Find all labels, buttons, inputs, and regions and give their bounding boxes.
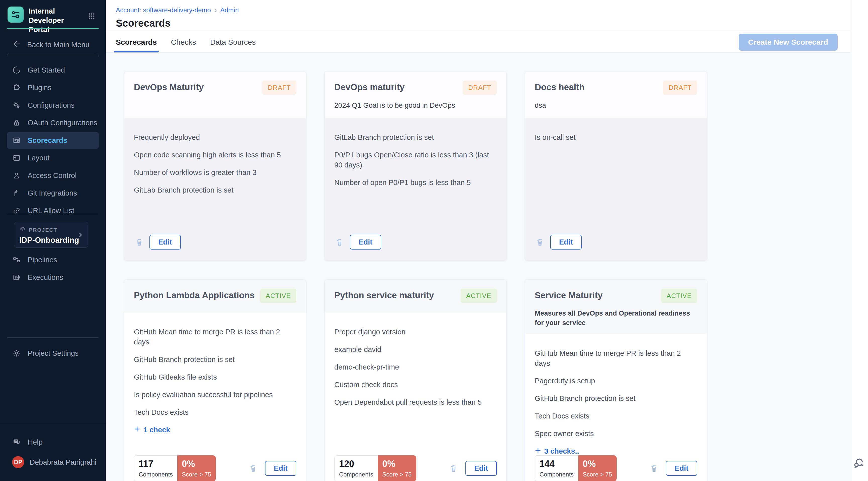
- sidebar-item-url-allow-list[interactable]: URL Allow List: [7, 202, 99, 219]
- components-count: 117: [138, 459, 173, 469]
- apps-grid-icon[interactable]: [86, 10, 98, 22]
- pipelines-icon: [12, 255, 21, 264]
- puzzle-icon: [12, 83, 21, 92]
- score-threshold-label: Score > 75: [583, 471, 612, 478]
- check-item: Pagerduty is setup: [535, 376, 697, 386]
- sidebar-item-configurations[interactable]: Configurations: [7, 97, 99, 114]
- edit-scorecard-button[interactable]: Edit: [550, 235, 582, 250]
- tab-scorecards[interactable]: Scorecards: [116, 32, 157, 52]
- breadcrumb-account-link[interactable]: Account: software-delivery-demo: [116, 6, 211, 14]
- sidebar-nav-admin: Get Started Plugins Configurations: [0, 62, 106, 220]
- status-badge: DRAFT: [463, 81, 497, 95]
- card-header: Service Maturity ACTIVE Measures all Dev…: [525, 280, 707, 334]
- card-title: Python Lambda Applications: [134, 289, 255, 300]
- branch-icon: [12, 189, 21, 198]
- scorecard-card: Docs health DRAFT dsa Is on-call set Ed: [525, 71, 707, 260]
- check-item: Number of open P0/P1 bugs is less than 5: [334, 178, 497, 188]
- sidebar-item-executions[interactable]: Executions: [7, 269, 99, 286]
- sidebar-item-project-settings[interactable]: Project Settings: [7, 345, 99, 361]
- main-content: Account: software-delivery-demo › Admin …: [106, 0, 850, 481]
- status-badge: ACTIVE: [461, 289, 497, 303]
- check-item: GitHub Branch protection is set: [134, 354, 297, 364]
- edit-scorecard-button[interactable]: Edit: [265, 461, 297, 476]
- sidebar-item-layout[interactable]: Layout: [7, 150, 99, 166]
- delete-scorecard-button[interactable]: [248, 463, 258, 474]
- plus-icon: [134, 426, 141, 434]
- tab-checks[interactable]: Checks: [171, 32, 196, 52]
- check-item: GitLab Branch protection is set: [334, 132, 497, 142]
- chevron-right-icon: [76, 231, 84, 240]
- delete-scorecard-button[interactable]: [649, 463, 659, 474]
- sidebar-item-access-control[interactable]: Access Control: [7, 167, 99, 184]
- score-threshold-label: Score > 75: [182, 471, 211, 478]
- support-chat-icon[interactable]: [852, 456, 865, 471]
- components-label: Components: [539, 471, 574, 478]
- check-item: P0/P1 bugs Open/Close ratio is less than…: [334, 150, 497, 170]
- sidebar-item-oauth-configurations[interactable]: OAuth Configurations: [7, 115, 99, 131]
- lock-icon: [12, 118, 21, 127]
- card-body: Is on-call set Edit: [525, 118, 707, 260]
- delete-scorecard-button[interactable]: [334, 236, 345, 248]
- score-badge: 0% Score > 75: [378, 455, 416, 481]
- scorecard-stats: 120 Components 0% Score > 75: [334, 455, 416, 481]
- breadcrumb-admin-link[interactable]: Admin: [220, 6, 239, 14]
- delete-scorecard-button[interactable]: [448, 463, 459, 474]
- card-header: Python Lambda Applications ACTIVE: [124, 280, 306, 313]
- user-menu[interactable]: DP Debabrata Panigrahi: [7, 453, 103, 471]
- score-percentage: 0%: [182, 459, 211, 469]
- layers-icon: [19, 226, 26, 234]
- back-to-main-menu[interactable]: Back to Main Menu: [7, 38, 99, 52]
- edit-scorecard-button[interactable]: Edit: [350, 235, 381, 250]
- check-item: GitHub Mean time to merge PR is less tha…: [535, 348, 697, 368]
- back-label: Back to Main Menu: [27, 41, 89, 49]
- sidebar-item-pipelines[interactable]: Pipelines: [7, 252, 99, 268]
- sidebar-nav-settings: Project Settings: [0, 345, 106, 362]
- project-eyebrow: PROJECT: [29, 227, 57, 233]
- sidebar-item-get-started[interactable]: Get Started: [7, 62, 99, 78]
- components-count: 120: [339, 459, 373, 469]
- card-header: DevOps Maturity DRAFT: [124, 71, 306, 118]
- person-icon: [12, 171, 21, 180]
- check-item: Is policy evaluation successful for pipe…: [134, 390, 297, 400]
- sidebar-nav-project: Pipelines Executions: [0, 252, 106, 287]
- sidebar-item-scorecards[interactable]: Scorecards: [7, 132, 99, 149]
- arrow-left-icon: [12, 40, 21, 50]
- components-label: Components: [339, 471, 373, 478]
- card-description: Measures all DevOps and Operational read…: [535, 309, 697, 328]
- sidebar-divider: [7, 214, 99, 214]
- card-title: Docs health: [535, 81, 584, 92]
- delete-scorecard-button[interactable]: [134, 236, 145, 248]
- sidebar-item-help[interactable]: ? Help: [7, 434, 99, 450]
- delete-scorecard-button[interactable]: [535, 236, 545, 248]
- score-badge: 0% Score > 75: [177, 455, 216, 481]
- right-rail: [850, 0, 868, 481]
- project-selector[interactable]: PROJECT IDP-Onboarding: [14, 222, 88, 248]
- components-count: 144: [539, 459, 574, 469]
- check-item: GitHub Gitleaks file exists: [134, 372, 297, 382]
- scorecard-card: Python Lambda Applications ACTIVE GitHub…: [124, 280, 306, 481]
- app-logo[interactable]: [7, 6, 24, 23]
- check-item: Open Dependabot pull requests is less th…: [334, 397, 497, 407]
- scorecard-card: Python service maturity ACTIVE Proper dj…: [324, 280, 506, 481]
- score-percentage: 0%: [382, 459, 412, 469]
- sidebar-item-git-integrations[interactable]: Git Integrations: [7, 185, 99, 201]
- check-item: GitLab Branch protection is set: [134, 185, 297, 195]
- edit-scorecard-button[interactable]: Edit: [666, 461, 697, 476]
- create-new-scorecard-button[interactable]: Create New Scorecard: [739, 34, 838, 51]
- tab-bar: Scorecards Checks Data Sources Create Ne…: [106, 32, 850, 53]
- get-started-icon: [12, 66, 21, 74]
- edit-scorecard-button[interactable]: Edit: [149, 235, 181, 250]
- more-checks-link[interactable]: 1 check: [134, 426, 297, 434]
- check-item: GitHub Mean time to merge PR is less tha…: [134, 327, 297, 347]
- card-header: Python service maturity ACTIVE: [325, 280, 506, 313]
- more-checks-link[interactable]: 3 checks..: [535, 447, 697, 455]
- sidebar-item-plugins[interactable]: Plugins: [7, 79, 99, 96]
- tab-data-sources[interactable]: Data Sources: [210, 32, 256, 52]
- card-title: DevOps Maturity: [134, 81, 204, 92]
- gears-icon: [12, 101, 21, 110]
- card-body: GitLab Branch protection is set P0/P1 bu…: [325, 118, 506, 260]
- edit-scorecard-button[interactable]: Edit: [465, 461, 497, 476]
- card-title: DevOps maturity: [334, 81, 405, 92]
- status-badge: DRAFT: [262, 81, 297, 95]
- check-item: Proper django version: [334, 327, 497, 337]
